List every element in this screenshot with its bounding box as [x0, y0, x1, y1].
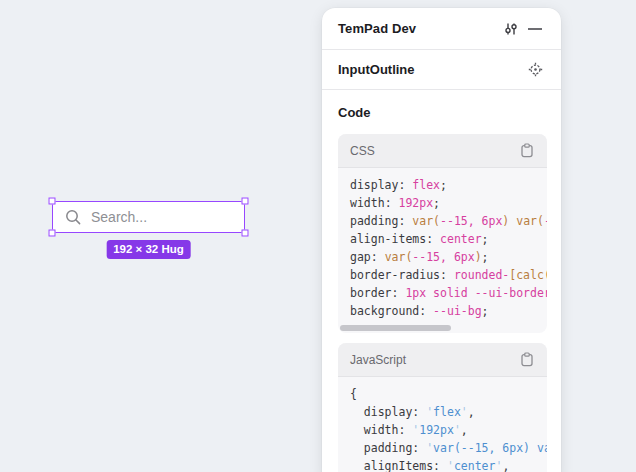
js-code-card: JavaScript { display: 'flex', width: '19… [338, 343, 547, 472]
selected-node-row: InputOutline [322, 50, 561, 90]
preferences-button[interactable] [499, 17, 523, 41]
selection-handle-nw[interactable] [49, 198, 56, 205]
minimize-button[interactable] [523, 17, 547, 41]
code-section: Code CSS display: flex;width: 192px;padd… [322, 90, 561, 472]
tempad-dev-panel: TemPad Dev InputOutline [322, 8, 561, 472]
scrollbar-thumb[interactable] [340, 325, 451, 331]
panel-title: TemPad Dev [338, 21, 499, 36]
js-card-header: JavaScript [338, 343, 547, 377]
locate-button[interactable] [523, 58, 547, 82]
css-code[interactable]: display: flex;width: 192px;padding: var(… [338, 168, 547, 324]
css-card-header: CSS [338, 134, 547, 168]
clipboard-icon [520, 352, 534, 367]
panel-header: TemPad Dev [322, 8, 561, 50]
sliders-icon [503, 21, 519, 37]
size-badge: 192 × 32 Hug [106, 240, 191, 259]
selection-handle-se[interactable] [242, 230, 249, 237]
css-horizontal-scrollbar[interactable] [338, 324, 535, 333]
search-placeholder: Search... [91, 209, 147, 225]
js-code[interactable]: { display: 'flex', width: '192px', paddi… [338, 377, 547, 472]
crosshair-icon [528, 62, 543, 77]
css-code-card: CSS display: flex;width: 192px;padding: … [338, 134, 547, 333]
selection-handle-ne[interactable] [242, 198, 249, 205]
clipboard-icon [520, 143, 534, 158]
copy-css-button[interactable] [515, 139, 539, 163]
minus-icon [528, 27, 542, 31]
css-card-label: CSS [350, 144, 515, 158]
js-card-label: JavaScript [350, 353, 515, 367]
search-icon [65, 209, 82, 226]
selected-component[interactable]: Search... 192 × 32 Hug [52, 201, 245, 233]
search-input[interactable]: Search... [52, 201, 245, 233]
copy-js-button[interactable] [515, 348, 539, 372]
code-section-title: Code [338, 105, 547, 120]
component-name: InputOutline [338, 62, 523, 77]
selection-handle-sw[interactable] [49, 230, 56, 237]
